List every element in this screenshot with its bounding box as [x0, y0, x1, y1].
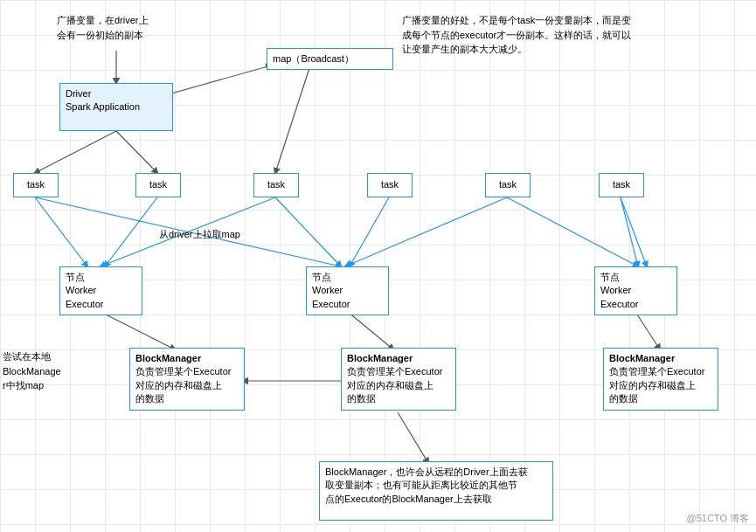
task-box-3: task: [253, 173, 299, 197]
worker-box-3: 节点WorkerExecutor: [594, 266, 677, 315]
task-box-5: task: [485, 173, 531, 197]
task-box-2: task: [135, 173, 181, 197]
block-manager-1: BlockManager负责管理某个Executor对应的内存和磁盘上的数据: [129, 348, 245, 411]
block-manager-2: BlockManager负责管理某个Executor对应的内存和磁盘上的数据: [341, 348, 456, 411]
annotation-broadcast-intro: 广播变量，在driver上会有一份初始的副本: [57, 13, 149, 42]
worker-box-1: 节点WorkerExecutor: [59, 266, 142, 315]
annotation-local-bm: 尝试在本地BlockManager中找map: [3, 349, 61, 393]
block-manager-3: BlockManager负责管理某个Executor对应的内存和磁盘上的数据: [603, 348, 718, 411]
annotation-broadcast-benefit: 广播变量的好处，不是每个task一份变量副本，而是变 成每个节点的executo…: [402, 13, 631, 57]
worker-box-2: 节点WorkerExecutor: [306, 266, 389, 315]
task-box-1: task: [13, 173, 59, 197]
task-box-4: task: [367, 173, 413, 197]
annotation-map-broadcast: map（Broadcast）: [267, 48, 393, 70]
block-manager-bottom-note: BlockManager，也许会从远程的Driver上面去获 取变量副本；也有可…: [319, 461, 553, 521]
watermark: @51CTO 博客: [687, 512, 749, 525]
task-box-6: task: [599, 173, 644, 197]
driver-box: DriverSpark Application: [59, 83, 173, 131]
annotation-pull-map: 从driver上拉取map: [159, 227, 240, 242]
diagram-container: 广播变量，在driver上会有一份初始的副本 map（Broadcast） 广播…: [0, 0, 756, 532]
